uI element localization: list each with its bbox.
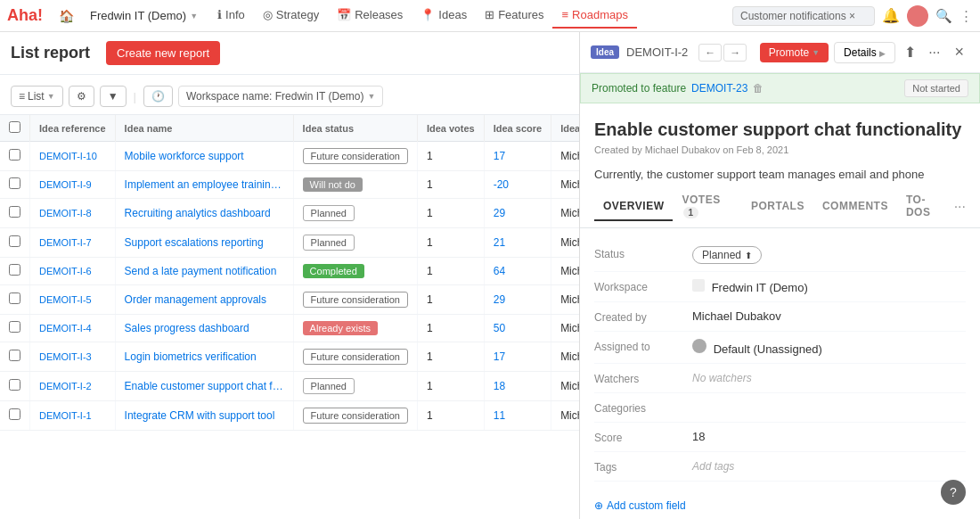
assigned-to-row: Assigned to Default (Unassigned) <box>594 332 966 364</box>
score-link[interactable]: 64 <box>494 265 505 277</box>
idea-reference-link[interactable]: DEMOIT-I-1 <box>39 410 92 421</box>
status-pill[interactable]: Planned ⬆ <box>692 246 762 264</box>
view-type-button[interactable]: ≡ List ▼ <box>11 86 63 107</box>
idea-name-link[interactable]: Integrate CRM with support tool <box>125 409 275 422</box>
row-checkbox[interactable] <box>9 206 20 218</box>
row-checkbox[interactable] <box>9 379 20 391</box>
notification-icon[interactable]: 🔔 <box>882 7 900 24</box>
tab-comments[interactable]: COMMENTS <box>813 193 897 221</box>
workspace-filter[interactable]: Workspace name: Fredwin IT (Demo) ▼ <box>178 86 384 107</box>
user-avatar[interactable] <box>907 5 928 27</box>
next-button[interactable]: → <box>723 44 747 62</box>
clock-button[interactable]: 🕐 <box>143 86 173 107</box>
delete-promoted-icon[interactable]: 🗑 <box>753 82 764 95</box>
settings-button[interactable]: ⚙ <box>69 86 94 107</box>
row-checkbox[interactable] <box>9 350 20 361</box>
created-by-label: Created by <box>594 309 692 324</box>
votes-cell: 1 <box>417 342 484 372</box>
details-chevron-icon: ▶ <box>879 49 886 58</box>
tags-input[interactable]: Add tags <box>692 459 966 473</box>
strategy-icon: ◎ <box>263 8 273 21</box>
idea-reference-link[interactable]: DEMOIT-I-6 <box>39 266 92 276</box>
idea-reference-link[interactable]: DEMOIT-I-3 <box>39 351 92 362</box>
share-button[interactable]: ⬆ <box>901 42 919 62</box>
idea-name-link[interactable]: Mobile workforce support <box>125 150 244 162</box>
nav-item-ideas[interactable]: 📍 Ideas <box>412 3 476 29</box>
promote-button[interactable]: Promote ▼ <box>760 43 829 62</box>
created-cell: Michael Duba <box>551 372 579 401</box>
score-value: 18 <box>692 430 966 443</box>
score-link[interactable]: 50 <box>494 322 505 334</box>
idea-reference-link[interactable]: DEMOIT-I-7 <box>39 237 92 248</box>
promoted-link[interactable]: DEMOIT-23 <box>691 82 747 95</box>
more-options-button[interactable]: ··· <box>925 43 943 62</box>
score-link[interactable]: -20 <box>494 178 509 191</box>
score-link[interactable]: 17 <box>494 150 505 162</box>
idea-reference-link[interactable]: DEMOIT-I-10 <box>39 151 97 161</box>
select-all-checkbox[interactable] <box>9 121 20 133</box>
create-report-button[interactable]: Create new report <box>106 41 220 65</box>
idea-reference-link[interactable]: DEMOIT-I-2 <box>39 381 92 391</box>
idea-name-link[interactable]: Sales progress dashboard <box>125 322 249 334</box>
home-button[interactable]: 🏠 <box>53 5 79 27</box>
created-cell: Michael Duba <box>551 228 579 258</box>
idea-name-link[interactable]: Implement an employee training tool <box>125 178 294 191</box>
created-cell: Michael Duba <box>551 199 579 228</box>
nav-item-info[interactable]: ℹ Info <box>208 3 254 29</box>
score-link[interactable]: 17 <box>494 350 505 363</box>
top-navigation: Aha! 🏠 Fredwin IT (Demo) ▼ ℹ Info ◎ Stra… <box>0 0 980 32</box>
nav-item-roadmaps[interactable]: ≡ Roadmaps <box>552 3 636 29</box>
more-icon[interactable]: ⋮ <box>960 8 973 24</box>
idea-name-link[interactable]: Recruiting analytics dashboard <box>125 207 271 219</box>
tab-todos[interactable]: TO-DOS <box>897 186 954 227</box>
filter-button[interactable]: ▼ <box>100 86 127 107</box>
tab-portals[interactable]: PORTALS <box>742 193 813 221</box>
votes-cell: 1 <box>417 315 484 342</box>
row-checkbox[interactable] <box>9 264 20 276</box>
tab-overview[interactable]: OVERVIEW <box>594 193 673 221</box>
created-cell: Michael Duba <box>551 315 579 342</box>
score-link[interactable]: 29 <box>494 293 505 306</box>
score-link[interactable]: 11 <box>494 409 505 422</box>
clock-icon: 🕐 <box>151 90 165 103</box>
idea-name-link[interactable]: Login biometrics verification <box>125 350 257 363</box>
idea-reference-link[interactable]: DEMOIT-I-5 <box>39 294 92 305</box>
tab-votes[interactable]: VOTES 1 <box>673 186 742 227</box>
row-checkbox[interactable] <box>9 149 20 161</box>
score-link[interactable]: 29 <box>494 207 505 219</box>
idea-reference-link[interactable]: DEMOIT-I-9 <box>39 179 92 190</box>
row-checkbox[interactable] <box>9 177 20 189</box>
list-chevron-icon: ▼ <box>47 92 55 101</box>
idea-name-link[interactable]: Order management approvals <box>125 293 266 306</box>
add-custom-field-action[interactable]: ⊕ Add custom field <box>580 492 980 519</box>
created-by-value: Michael Dubakov <box>692 309 966 323</box>
score-link[interactable]: 21 <box>494 236 505 249</box>
nav-item-features[interactable]: ⊞ Features <box>476 3 552 29</box>
features-icon: ⊞ <box>485 8 494 21</box>
help-button[interactable]: ? <box>941 480 966 505</box>
search-icon[interactable]: 🔍 <box>935 8 952 24</box>
close-button[interactable]: × <box>949 41 969 63</box>
idea-name-link[interactable]: Enable customer support chat functionali… <box>125 380 294 392</box>
ideas-table-container: Idea reference Idea name Idea status Ide… <box>0 115 579 519</box>
score-row: Score 18 <box>594 423 966 452</box>
row-checkbox[interactable] <box>9 235 20 247</box>
row-checkbox[interactable] <box>9 321 20 333</box>
nav-item-releases[interactable]: 📅 Releases <box>328 3 412 29</box>
search-input[interactable] <box>732 6 875 26</box>
details-button[interactable]: Details ▶ <box>834 42 895 63</box>
row-checkbox[interactable] <box>9 292 20 304</box>
prev-button[interactable]: ← <box>698 44 722 62</box>
idea-name-link[interactable]: Send a late payment notification <box>125 265 277 277</box>
idea-reference-link[interactable]: DEMOIT-I-4 <box>39 323 92 334</box>
row-checkbox[interactable] <box>9 408 20 420</box>
score-link[interactable]: 18 <box>494 380 505 392</box>
workspace-icon <box>692 279 705 292</box>
idea-name-link[interactable]: Support escalations reporting <box>125 236 264 249</box>
tab-more-icon[interactable]: ··· <box>954 199 966 215</box>
nav-item-strategy[interactable]: ◎ Strategy <box>254 3 328 29</box>
workspace-dropdown[interactable]: Fredwin IT (Demo) ▼ <box>83 5 205 26</box>
votes-cell: 1 <box>417 372 484 401</box>
status-value[interactable]: Planned ⬆ <box>692 246 966 264</box>
idea-reference-link[interactable]: DEMOIT-I-8 <box>39 208 92 218</box>
